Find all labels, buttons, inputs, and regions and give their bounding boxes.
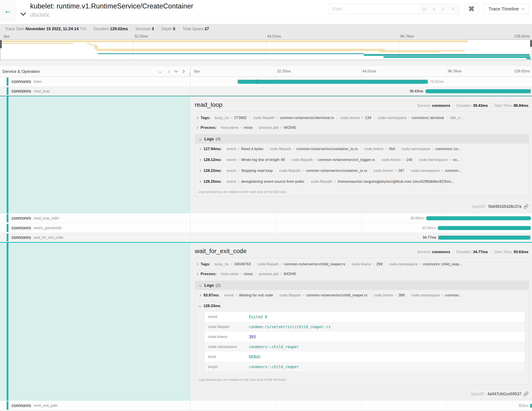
span-row-name-cell[interactable]: conmonrsread_loop_stdin <box>0 213 190 223</box>
tag-value: conmonrs::terminal <box>412 116 444 120</box>
minimap-span-segment <box>379 50 440 52</box>
log-entry[interactable]: 128.12ms:event=Wrote log line of length … <box>195 155 529 166</box>
log-field-key: code.namespace <box>205 345 249 349</box>
tag-key: event <box>227 158 236 162</box>
log-entry-expanded-header[interactable]: 128.33ms <box>195 301 529 311</box>
summary-item: Trace Start November 15 2022, 11:24:14.7… <box>1 27 90 31</box>
span-bar[interactable] <box>438 235 530 240</box>
detail-header: read_loopService: conmonrsDuration: 39.4… <box>195 101 529 108</box>
tags-row[interactable]: Tags:busy_ns=273882code.filepath=conmon-… <box>195 116 529 120</box>
tag-equals: = <box>238 147 240 151</box>
span-row-name-cell[interactable]: conmonrswait_for_exit_code <box>0 233 190 242</box>
span-row[interactable]: conmonrswait_for_exit_code34.77ms <box>0 233 532 243</box>
collapse-one-icon[interactable] <box>159 70 161 73</box>
log-entry[interactable]: 127.94ms:event=Read 4 bytescode.filepath… <box>195 144 529 155</box>
tag-item: event=Waiting for exit code <box>221 293 276 298</box>
tag-item: code.filepath=/home/sascha/.cargo/regist… <box>308 179 457 184</box>
span-row-name-cell[interactable]: conmonrslisten <box>0 77 190 86</box>
tag-item: code.filepath=conmon-rs/server/src/cri_l… <box>288 158 378 162</box>
keyboard-shortcuts-button[interactable]: ⌘ <box>464 4 479 14</box>
span-timeline-cell[interactable]: 34.77ms <box>190 233 532 242</box>
log-table-row: levelDEBUG <box>205 352 525 362</box>
service-name: conmonrs <box>11 235 31 240</box>
detail-panel-tree-gutter <box>0 96 190 213</box>
find-area: ◎ ∧ ∨ ✕ ⌘ Trace Timeline <box>328 0 532 24</box>
logs-header[interactable]: Logs(4) <box>195 135 529 144</box>
span-timeline-cell[interactable]: 39.69ms <box>190 213 532 223</box>
detail-meta-item: Service: conmonrs <box>414 103 454 108</box>
span-timeline-cell[interactable]: 35.58ms <box>190 223 532 233</box>
span-bar[interactable] <box>426 216 531 220</box>
next-match-icon[interactable]: ∨ <box>441 6 445 12</box>
span-row[interactable]: conmonrswatch_grandchild35.58ms <box>0 223 532 233</box>
tag-value: co... <box>453 158 460 162</box>
detail-meta-value: 88.84ms <box>513 103 528 108</box>
tag-item: code.lineno=299 <box>349 262 386 266</box>
summary-label: Depth <box>161 27 173 31</box>
clear-search-icon[interactable]: ✕ <box>451 6 455 12</box>
view-selector-label: Trace Timeline <box>488 6 519 11</box>
span-row[interactable]: conmonrswrite_exit_path303μs <box>0 401 532 411</box>
prev-match-icon[interactable]: ∧ <box>432 6 436 12</box>
expand-one-icon[interactable] <box>167 70 169 73</box>
log-entry[interactable]: 128.22ms:event=Stopping read loopcode.fi… <box>195 166 529 176</box>
match-target-icon[interactable]: ◎ <box>422 6 426 12</box>
log-field-key: code.lineno <box>205 335 249 339</box>
span-row-name-cell[interactable]: conmonrsread_loop <box>0 87 190 96</box>
span-timeline-cell[interactable]: 39.43ms <box>190 87 532 96</box>
span-timeline-cell[interactable]: 303μs <box>190 401 532 410</box>
span-timeline-cell[interactable]: 70.91ms <box>190 77 532 86</box>
collapse-all-icon[interactable] <box>175 71 177 72</box>
minimap-tick: 96.76ms <box>400 34 414 39</box>
span-bar[interactable] <box>530 404 532 408</box>
service-name: conmonrs <box>11 215 31 221</box>
span-row[interactable]: conmonrslisten70.91ms <box>0 77 532 87</box>
logs-footnote: Log timestamps are relative to the start… <box>195 375 529 384</box>
collapse-chevron-icon[interactable] <box>16 0 30 24</box>
find-input[interactable] <box>329 4 417 14</box>
minimap-span-segment <box>87 43 91 44</box>
tag-value: conmonrs::co... <box>436 147 461 151</box>
process-row[interactable]: Process:host.name=nixosprocess.pid=94204… <box>195 126 529 130</box>
span-bar[interactable] <box>438 226 531 230</box>
tag-item: code.namespace=conmonrs::terminal <box>374 116 447 120</box>
tag-key: code.filepath <box>311 179 332 184</box>
tag-key: code.lineno <box>340 116 360 120</box>
link-icon[interactable] <box>523 391 528 396</box>
expand-all-icon[interactable] <box>183 70 184 73</box>
log-entry[interactable]: 93.87ms:event=Waiting for exit codecode.… <box>195 290 529 301</box>
back-button[interactable]: ← <box>0 0 16 21</box>
span-row[interactable]: conmonrsread_loop39.43ms <box>0 87 532 96</box>
logs-section: Logs(2)93.87ms:event=Waiting for exit co… <box>195 281 529 384</box>
minimap-span-segment <box>2 43 74 44</box>
process-items: host.name=nixosprocess.pid=942045 <box>218 126 300 130</box>
span-row[interactable]: conmonrsread_loop_stdin39.69ms <box>0 213 532 223</box>
span-row-name-cell[interactable]: conmonrswrite_exit_path <box>0 401 190 410</box>
log-entry[interactable]: 128.25ms:event=deregistering event sourc… <box>195 176 529 187</box>
tags-items: busy_ns=273882code.filepath=conmon-rs/se… <box>212 116 466 120</box>
span-bar-tick <box>530 235 530 240</box>
summary-label: Duration <box>94 27 110 31</box>
span-duration-label: 303μs <box>518 404 528 408</box>
process-row[interactable]: Process:host.name=nixosprocess.pid=94204… <box>195 272 529 276</box>
view-selector-button[interactable]: Trace Timeline <box>484 4 529 14</box>
summary-value: 5 <box>173 27 175 31</box>
trace-minimap[interactable] <box>0 39 532 60</box>
log-table-row: code.lineno393 <box>205 332 525 342</box>
tags-row[interactable]: Tags:busy_ns=34506763code.filepath=conmo… <box>195 262 529 266</box>
span-row-name-cell[interactable]: conmonrswatch_grandchild <box>0 223 190 233</box>
tag-key: code.lineno <box>352 262 371 266</box>
tag-equals: = <box>238 168 240 173</box>
operation-name: wait_for_exit_code <box>34 235 63 240</box>
timeline-column-header: Service & Operation 0μs32.25ms64.51ms96.… <box>0 66 532 77</box>
tag-value: Read 4 bytes <box>241 147 263 151</box>
span-bar-tick <box>428 79 428 84</box>
tag-equals: = <box>314 158 316 162</box>
logs-header[interactable]: Logs(2) <box>195 281 529 290</box>
log-timestamp: 128.33ms <box>203 304 220 308</box>
log-field-value: conmonrs::child_reaper <box>249 365 299 369</box>
link-icon[interactable] <box>523 204 528 209</box>
detail-panel-tree-gutter <box>0 243 190 401</box>
span-bar[interactable] <box>426 89 531 93</box>
span-bar[interactable] <box>238 80 428 84</box>
